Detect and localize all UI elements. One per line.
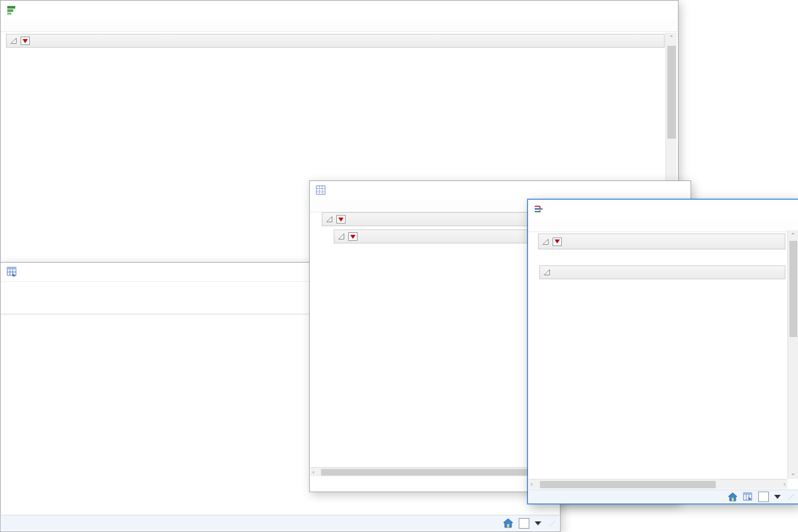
scroll-right-icon[interactable]: › <box>783 482 785 488</box>
red-triangle-menu-icon[interactable] <box>21 36 30 45</box>
scrollbar-thumb[interactable] <box>789 241 797 337</box>
disclosure-icon[interactable] <box>543 269 551 276</box>
minimize-button[interactable] <box>590 1 620 19</box>
horizontal-scrollbar[interactable]: ‹ › <box>529 479 787 489</box>
scroll-up-icon[interactable]: ⌃ <box>788 233 798 239</box>
scroll-down-icon[interactable]: ⌄ <box>788 470 798 476</box>
scatterplot-matrix-icon <box>316 185 326 196</box>
resize-grip[interactable]: ⋰ <box>549 520 555 527</box>
report-header-distribution[interactable] <box>6 34 665 48</box>
distribution-app-icon <box>7 5 17 15</box>
dropdown-caret-icon[interactable] <box>774 495 781 499</box>
window-state-box[interactable] <box>519 518 529 529</box>
scroll-left-icon[interactable]: ‹ <box>531 482 533 488</box>
data-table-link-icon[interactable] <box>743 492 753 501</box>
scroll-up-icon[interactable]: ⌃ <box>666 35 677 41</box>
red-triangle-menu-icon[interactable] <box>336 215 346 224</box>
section-header-dendrogram[interactable] <box>539 265 785 279</box>
window-cluster: ‹ › ⌃ ⌄ ⋰ <box>527 199 798 504</box>
scrollbar-thumb[interactable] <box>540 481 716 488</box>
disclosure-icon[interactable] <box>10 37 17 44</box>
dendrogram-body <box>529 281 787 478</box>
report-header-cluster[interactable] <box>538 233 785 249</box>
home-icon[interactable] <box>728 492 738 501</box>
minimize-button[interactable] <box>711 200 740 220</box>
close-button[interactable] <box>649 1 678 19</box>
close-button[interactable] <box>661 181 691 200</box>
data-table-icon <box>7 267 17 277</box>
maximize-button[interactable] <box>740 200 769 220</box>
scroll-left-icon[interactable]: ‹ <box>312 470 314 476</box>
disclosure-icon[interactable] <box>542 238 549 245</box>
close-button[interactable] <box>769 200 798 220</box>
cluster-analysis-icon <box>534 204 545 215</box>
disclosure-icon[interactable] <box>338 233 345 240</box>
distribution-titlebar[interactable] <box>1 1 678 20</box>
table-status-bar: ⋰ <box>1 515 559 531</box>
vertical-scrollbar[interactable]: ⌃ ⌄ <box>787 230 798 479</box>
home-icon[interactable] <box>503 518 513 528</box>
scrollbar-thumb[interactable] <box>667 46 676 139</box>
resize-grip[interactable]: ⋰ <box>788 494 794 500</box>
window-state-box[interactable] <box>758 492 769 502</box>
maximize-button[interactable] <box>632 181 661 200</box>
dropdown-caret-icon[interactable] <box>535 521 541 525</box>
menu-overflow-strip <box>1 19 678 32</box>
maximize-button[interactable] <box>620 1 649 19</box>
cluster-status-bar: ⋰ <box>529 490 798 503</box>
menu-overflow-strip <box>528 220 798 232</box>
red-triangle-menu-icon[interactable] <box>553 237 562 246</box>
minimize-button[interactable] <box>603 181 632 200</box>
red-triangle-menu-icon[interactable] <box>348 232 358 241</box>
disclosure-icon[interactable] <box>326 216 333 223</box>
